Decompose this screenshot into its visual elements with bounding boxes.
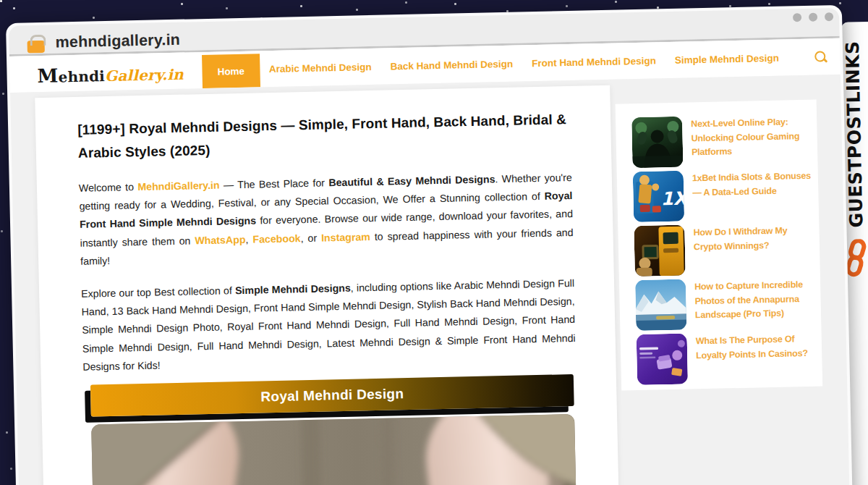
- sidebar-card: Next-Level Online Play: Unlocking Colour…: [616, 100, 823, 391]
- thumbnail-crypto-atm: [634, 225, 686, 277]
- inline-link[interactable]: Facebook: [252, 232, 301, 245]
- thumbnail-loyalty: [637, 334, 689, 386]
- sidebar-post-annapurna[interactable]: How to Capture Incredible Photos of the …: [635, 277, 820, 332]
- sidebar-post-crypto[interactable]: How Do I Withdraw My Crypto Winnings?: [634, 222, 818, 277]
- sidebar-post-1xbet[interactable]: 1X 1xBet India Slots & Bonuses — A Data-…: [633, 168, 817, 223]
- intro-paragraph: Welcome to MehndiGallery.in — The Best P…: [79, 169, 574, 271]
- inline-link[interactable]: WhatsApp: [195, 233, 245, 246]
- article-card: [1199+] Royal Mehndi Designs — Simple, F…: [35, 85, 619, 485]
- inline-link[interactable]: MehndiGallery.in: [137, 180, 220, 193]
- sidebar-post-loyalty[interactable]: What Is The Purpose Of Loyalty Points In…: [637, 331, 821, 386]
- nav-item-home[interactable]: Home: [202, 54, 260, 88]
- nav-item-front-hand[interactable]: Front Hand Mehndi Design: [522, 55, 665, 69]
- collection-paragraph: Explore our top Best collection of Simpl…: [81, 274, 576, 376]
- address-bar[interactable]: mehndigallery.in: [27, 30, 180, 54]
- window-control-dots[interactable]: [793, 12, 833, 22]
- background-stars: [0, 0, 2, 2]
- hands-photo-illustration: [91, 414, 579, 485]
- thumbnail-1xbet: 1X: [633, 171, 685, 223]
- thumbnail-mountains: [635, 279, 687, 332]
- nav-item-arabic[interactable]: Arabic Mehndi Design: [260, 61, 381, 75]
- browser-mockup: GUESTPOSTLINKS mehndigallery.in MehndiGa…: [6, 4, 868, 485]
- site-logo[interactable]: MehndiGallery.in: [37, 62, 184, 87]
- nav-item-simple[interactable]: Simple Mehndi Design: [665, 52, 788, 66]
- sidebar-post-gaming[interactable]: Next-Level Online Play: Unlocking Colour…: [631, 114, 816, 169]
- royal-mehndi-banner[interactable]: Royal Mehndi Design: [90, 374, 574, 417]
- search-icon[interactable]: [814, 51, 827, 63]
- nav-item-back-hand[interactable]: Back Hand Mehndi Design: [381, 58, 523, 72]
- browser-window: mehndigallery.in MehndiGallery.in Home A…: [6, 5, 853, 485]
- page-viewport: [1199+] Royal Mehndi Designs — Simple, F…: [10, 75, 850, 485]
- post-title: [1199+] Royal Mehndi Designs — Simple, F…: [77, 108, 571, 165]
- lock-icon: [27, 41, 45, 54]
- svg-text:1X: 1X: [660, 187, 684, 209]
- thumbnail-gaming: [631, 117, 684, 169]
- inline-link[interactable]: Instagram: [321, 231, 370, 243]
- mehndi-hands-photo: [91, 414, 579, 485]
- banner-label: Royal Mehndi Design: [260, 386, 404, 405]
- url-text[interactable]: mehndigallery.in: [55, 31, 180, 52]
